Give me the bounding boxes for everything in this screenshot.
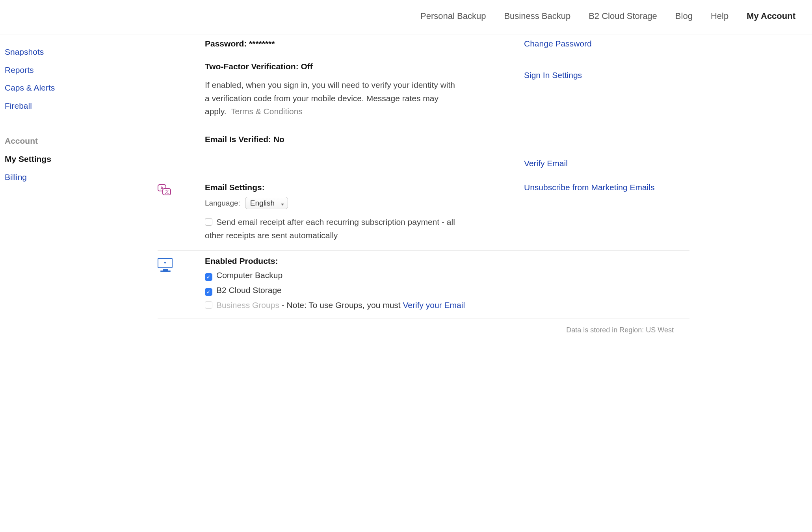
email-settings-heading: Email Settings: <box>205 183 516 192</box>
product-computer-backup-checkbox[interactable]: ✓ <box>205 273 212 281</box>
top-nav: Personal Backup Business Backup B2 Cloud… <box>0 0 812 35</box>
nav-my-account[interactable]: My Account <box>747 11 795 21</box>
sidebar: Snapshots Reports Caps & Alerts Fireball… <box>4 39 114 186</box>
nav-blog[interactable]: Blog <box>675 11 693 21</box>
email-verified-value: No <box>273 135 284 144</box>
product-business-groups-label: Business Groups <box>216 300 279 310</box>
sign-in-settings-link[interactable]: Sign In Settings <box>524 70 582 80</box>
sidebar-heading-account: Account <box>4 132 114 150</box>
business-groups-note: - Note: To use Groups, you must <box>279 300 403 310</box>
two-factor-description: If enabled, when you sign in, you will n… <box>205 78 457 118</box>
verify-email-link[interactable]: Verify Email <box>524 159 568 168</box>
product-b2-cloud-storage-checkbox[interactable]: ✓ <box>205 288 212 296</box>
nav-b2-cloud-storage[interactable]: B2 Cloud Storage <box>589 11 657 21</box>
sidebar-item-snapshots[interactable]: Snapshots <box>4 43 114 61</box>
monitor-icon <box>158 258 173 271</box>
sidebar-item-reports[interactable]: Reports <box>4 61 114 79</box>
receipt-checkbox-label: Send email receipt after each recurring … <box>205 217 455 240</box>
nav-business-backup[interactable]: Business Backup <box>504 11 570 21</box>
two-factor-value: Off <box>301 62 312 71</box>
change-password-link[interactable]: Change Password <box>524 39 592 48</box>
email-verified-label: Email Is Verified: <box>205 135 271 144</box>
two-factor-label: Two-Factor Verification: <box>205 62 299 71</box>
enabled-products-heading: Enabled Products: <box>205 256 524 266</box>
verify-your-email-link[interactable]: Verify your Email <box>403 300 465 310</box>
sidebar-item-caps-alerts[interactable]: Caps & Alerts <box>4 79 114 97</box>
nav-personal-backup[interactable]: Personal Backup <box>420 11 486 21</box>
password-label: Password: <box>205 39 247 48</box>
sidebar-item-fireball[interactable]: Fireball <box>4 97 114 115</box>
language-select[interactable]: English <box>245 197 288 209</box>
language-label: Language: <box>205 199 240 208</box>
terms-conditions-link[interactable]: Terms & Conditions <box>231 107 303 116</box>
unsubscribe-marketing-link[interactable]: Unsubscribe from Marketing Emails <box>524 183 654 192</box>
product-computer-backup-label: Computer Backup <box>216 271 282 280</box>
nav-help[interactable]: Help <box>711 11 728 21</box>
email-settings-section: A文 Email Settings: Language: English <box>158 177 689 251</box>
product-b2-cloud-storage-label: B2 Cloud Storage <box>216 285 282 295</box>
sidebar-item-billing[interactable]: Billing <box>4 168 114 186</box>
receipt-checkbox[interactable] <box>205 218 212 226</box>
region-footer: Data is stored in Region: US West <box>158 319 689 334</box>
product-business-groups-checkbox <box>205 301 212 309</box>
language-icon: A文 <box>158 184 172 197</box>
password-value: ******** <box>249 39 275 48</box>
enabled-products-section: Enabled Products: ✓Computer Backup ✓B2 C… <box>158 251 689 319</box>
settings-content: Password: ******** Two-Factor Verificati… <box>114 39 705 334</box>
sidebar-item-my-settings[interactable]: My Settings <box>4 150 114 168</box>
security-section: Password: ******** Two-Factor Verificati… <box>158 39 689 177</box>
